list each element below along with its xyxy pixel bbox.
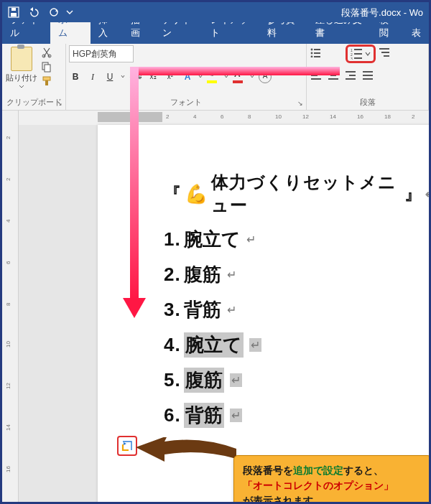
svg-rect-32 <box>349 75 356 76</box>
paste-button[interactable]: 貼り付け <box>5 45 38 89</box>
chevron-down-icon[interactable] <box>224 75 228 79</box>
svg-point-14 <box>311 56 313 57</box>
cut-icon[interactable] <box>41 47 52 58</box>
ruler-tick: 4 <box>5 220 11 223</box>
svg-rect-26 <box>311 75 318 76</box>
numbering-button-highlighted[interactable]: 1 2 3 <box>346 45 376 63</box>
svg-rect-27 <box>311 78 321 80</box>
svg-rect-15 <box>314 56 320 57</box>
ruler-margin-indicator <box>98 112 162 122</box>
ribbon: 貼り付け クリップボード ↘ <box>2 44 429 111</box>
ruler-tick: 2 <box>412 113 414 120</box>
list-number: 5. <box>164 369 181 391</box>
clipboard-icon <box>11 47 32 71</box>
svg-rect-23 <box>381 52 389 53</box>
list-item[interactable]: 5. 腹筋 ↵ <box>164 368 429 393</box>
customize-qat-icon[interactable] <box>65 4 74 21</box>
list-item[interactable]: 2. 腹筋 ↵ <box>164 262 429 287</box>
ribbon-tabs: ファイル ホーム 挿入 描画 デザイン レイアウト 参考資料 差し込み文書 校閲… <box>2 22 429 44</box>
font-family-value: HGP創英角 <box>73 48 117 60</box>
list-text: 背筋 <box>184 297 221 322</box>
align-left-button[interactable] <box>310 70 323 83</box>
paragraph-mark: ↵ <box>246 233 256 246</box>
list-text-selected: 腹筋 <box>184 368 224 393</box>
vertical-ruler: 2246810121416 <box>2 111 19 502</box>
list-number: 3. <box>164 299 181 321</box>
title-close-bracket: 』 <box>404 182 422 205</box>
multilevel-list-button[interactable] <box>379 47 391 60</box>
bullets-button[interactable] <box>310 47 323 60</box>
ruler-tick: 16 <box>357 113 363 120</box>
dialog-launcher-font[interactable]: ↘ <box>296 100 305 108</box>
paste-label: 貼り付け <box>6 73 37 83</box>
save-icon[interactable] <box>5 4 22 21</box>
ruler-tick: 10 <box>5 341 11 347</box>
document-body[interactable]: 『 💪 体力づくりセットメニュー 』 ↵ 1. 腕立て ↵ 2. <box>98 171 429 456</box>
dialog-launcher-clipboard[interactable]: ↘ <box>55 100 64 108</box>
underline-button[interactable]: U <box>103 70 116 83</box>
horizontal-ruler: 246810121416182 <box>19 111 429 126</box>
word-window: 段落番号.docx - Wo ファイル ホーム 挿入 描画 デザイン レイアウト… <box>0 0 431 504</box>
paragraph-mark: ↵ <box>249 338 261 352</box>
undo-icon[interactable] <box>25 4 42 21</box>
list-item[interactable]: 3. 背筋 ↵ <box>164 297 429 322</box>
flexed-biceps-icon: 💪 <box>185 183 208 205</box>
text-effects-button[interactable]: A <box>181 70 194 83</box>
superscript-button[interactable]: x² <box>164 70 177 83</box>
align-right-button[interactable] <box>344 70 357 83</box>
svg-rect-29 <box>330 75 336 76</box>
doc-title-line[interactable]: 『 💪 体力づくりセットメニュー 』 ↵ <box>164 171 429 217</box>
align-center-button[interactable] <box>327 70 340 83</box>
document-title: 段落番号.docx - Wo <box>341 6 423 19</box>
ruler-tick: 6 <box>221 113 223 120</box>
callout-line2: 「オートコレクトのオプション」 <box>243 480 394 491</box>
paragraph-mark: ↵ <box>230 409 242 422</box>
paragraph-mark: ↵ <box>227 268 236 281</box>
callout-line3: が表示されます。 <box>243 495 323 502</box>
italic-button[interactable]: I <box>86 70 99 83</box>
ruler-tick: 8 <box>5 303 11 306</box>
subscript-button[interactable]: x₂ <box>147 70 159 83</box>
svg-rect-9 <box>45 80 48 85</box>
autocorrect-options-smarttag[interactable] <box>117 436 137 456</box>
list-text: 腹筋 <box>184 262 221 287</box>
chevron-down-icon[interactable] <box>250 75 254 79</box>
chevron-down-icon <box>365 51 371 57</box>
list-text-selected: 背筋 <box>184 403 224 428</box>
list-item[interactable]: 4. 腕立て ↵ <box>164 332 429 358</box>
ruler-tick: 4 <box>193 113 196 120</box>
group-font-label: フォント <box>69 95 303 110</box>
ruler-tick: 2 <box>5 136 11 139</box>
svg-point-10 <box>311 49 313 51</box>
chevron-down-icon[interactable] <box>121 75 125 79</box>
svg-rect-33 <box>346 78 356 80</box>
ruler-tick: 6 <box>5 261 11 264</box>
bold-button[interactable]: B <box>69 70 82 83</box>
font-family-combo[interactable]: HGP創英角 <box>69 45 134 62</box>
svg-rect-8 <box>43 77 50 80</box>
strikethrough-button[interactable]: abc <box>129 70 142 83</box>
font-color-button[interactable]: A <box>233 70 246 83</box>
svg-rect-11 <box>314 49 320 50</box>
svg-rect-25 <box>311 71 321 73</box>
list-number: 1. <box>164 228 181 251</box>
svg-rect-36 <box>363 78 373 80</box>
list-text: 腕立て <box>184 227 241 252</box>
svg-rect-35 <box>363 75 373 76</box>
callout-pointer <box>136 437 236 460</box>
chevron-down-icon[interactable] <box>198 75 203 79</box>
justify-button[interactable] <box>361 70 374 83</box>
svg-text:3: 3 <box>351 57 353 60</box>
list-item[interactable]: 6. 背筋 ↵ <box>164 403 429 428</box>
svg-point-12 <box>311 52 313 55</box>
enclose-characters-button[interactable]: A <box>259 70 272 83</box>
svg-rect-34 <box>363 71 373 73</box>
redo-icon[interactable] <box>45 4 62 21</box>
list-item[interactable]: 1. 腕立て ↵ <box>164 227 429 252</box>
format-painter-icon[interactable] <box>41 75 52 87</box>
tab-view[interactable]: 表 <box>404 22 429 44</box>
paragraph-mark: ↵ <box>425 187 429 201</box>
copy-icon[interactable] <box>41 61 52 73</box>
highlight-color-button[interactable]: ✎ <box>207 70 220 83</box>
svg-point-3 <box>50 9 57 16</box>
